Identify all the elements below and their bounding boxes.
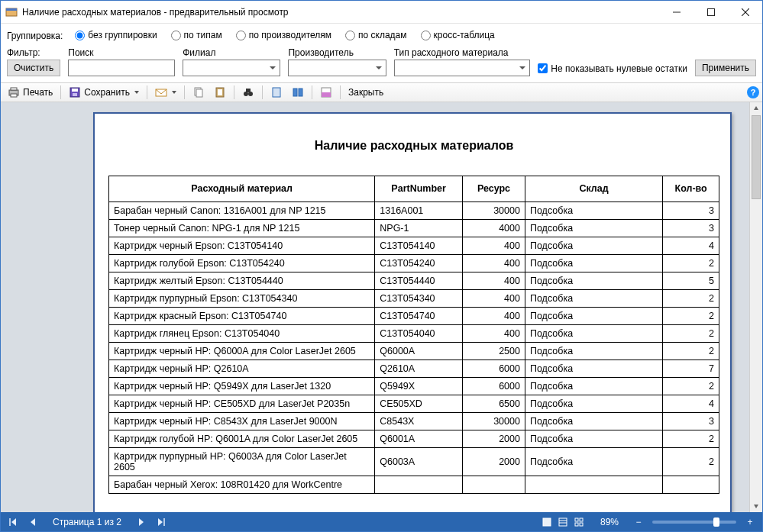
scroll-up-icon[interactable] [750,102,762,115]
grouping-option[interactable]: кросс-таблица [421,30,495,40]
single-page-button[interactable] [267,84,286,101]
cell-material: Картридж черный HP: CE505XD для LaserJet… [109,395,375,412]
copy-icon [192,86,205,98]
svg-rect-8 [11,94,17,97]
table-row: Картридж черный HP: Q5949X для LaserJet … [109,377,719,395]
print-button[interactable]: Печать [4,84,57,101]
copy-button[interactable] [189,84,209,101]
close-button[interactable] [728,1,762,23]
cell-partnumber: C13T054340 [375,289,463,307]
grouping-option[interactable]: по производителям [236,30,331,40]
grouping-option-label: без группировки [88,30,157,40]
manufacturer-combo[interactable] [288,60,386,76]
page-color-button[interactable] [316,84,336,101]
cell-resource: 6000 [463,360,525,377]
filter-label: Фильтр: [7,47,60,58]
grouping-option[interactable]: по складам [345,30,407,40]
cell-warehouse: Подсобка [525,324,662,342]
close-label: Закрыть [348,87,383,98]
maximize-button[interactable] [693,1,728,23]
page-mode-1-icon[interactable] [541,517,553,527]
col-qty: Кол-во [663,176,719,202]
branch-combo[interactable] [183,60,280,76]
grouping-option-label: кросс-таблица [434,30,495,40]
close-preview-button[interactable]: Закрыть [344,84,387,101]
report-title: Наличие расходных материалов [108,139,719,153]
clear-button[interactable]: Очистить [7,60,60,76]
table-row: Тонер черный Canon: NPG-1 для NP 1215NPG… [109,219,719,237]
first-page-button[interactable] [7,516,19,528]
cell-partnumber: NPG-1 [375,219,463,237]
cell-qty: 2 [663,447,719,476]
cell-warehouse: Подсобка [525,202,662,219]
cell-material: Картридж черный HP: Q6000A для Color Las… [109,342,375,360]
email-button[interactable] [151,84,180,101]
apply-button[interactable]: Применить [695,60,756,76]
cell-warehouse: Подсобка [525,237,662,254]
zoom-slider[interactable] [652,521,736,524]
zoom-out-button[interactable]: − [632,516,645,528]
svg-rect-35 [559,518,567,526]
cell-warehouse [525,476,662,493]
cell-partnumber: Q6003A [375,447,463,476]
save-button[interactable]: Сохранить [65,84,143,101]
svg-marker-31 [139,518,144,526]
mail-icon [155,86,167,98]
multi-page-button[interactable] [288,84,308,101]
zoom-in-button[interactable]: + [744,516,756,528]
cell-warehouse: Подсобка [525,289,662,307]
minimize-button[interactable] [659,1,693,23]
cell-material: Картридж глянец Epson: C13T054040 [109,324,375,342]
cell-qty: 3 [663,202,719,219]
table-row: Барабан черный Canon: 1316A001 для NP 12… [109,202,719,219]
next-page-button[interactable] [135,516,147,528]
cell-qty: 2 [663,377,719,395]
cell-qty [663,476,719,493]
grouping-option[interactable]: по типам [171,30,222,40]
save-label: Сохранить [84,87,130,98]
page-mode-3-icon[interactable] [573,517,585,527]
prev-page-button[interactable] [27,516,39,528]
cell-qty: 4 [663,237,719,254]
table-row: Картридж пурпурный Epson: C13T054340C13T… [109,289,719,307]
cell-qty: 2 [663,430,719,447]
page-mode-2-icon[interactable] [557,517,569,527]
cell-resource: 400 [463,324,525,342]
cell-qty: 2 [663,307,719,324]
grouping-option[interactable]: без группировки [75,30,157,40]
hide-zero-checkbox[interactable]: Не показывать нулевые остатки [538,63,687,74]
help-icon[interactable]: ? [747,86,759,98]
cell-material: Картридж голубой Epson: C13T054240 [109,254,375,272]
cell-partnumber: C13T054240 [375,254,463,272]
table-row: Картридж глянец Epson: C13T054040C13T054… [109,324,719,342]
filter-row: Фильтр: Очистить Поиск Филиал Производит… [1,47,762,82]
find-button[interactable] [238,84,258,101]
col-partnumber: PartNumber [375,176,463,202]
table-row: Картридж черный HP: C8543X для LaserJet … [109,412,719,430]
cell-resource: 2000 [463,430,525,447]
last-page-button[interactable] [155,516,167,528]
cell-partnumber: Q2610A [375,360,463,377]
app-icon [5,6,18,18]
cell-warehouse: Подсобка [525,360,662,377]
svg-rect-14 [196,89,202,97]
type-combo[interactable] [394,60,531,76]
cell-qty: 4 [663,395,719,412]
cell-material: Тонер черный Canon: NPG-1 для NP 1215 [109,219,375,237]
cell-partnumber: 1316A001 [375,202,463,219]
cell-material: Барабан черный Xerox: 108R01420 для Work… [109,476,375,493]
cell-material: Картридж голубой HP: Q6001A для Color La… [109,430,375,447]
manufacturer-label: Производитель [288,47,386,58]
paste-button[interactable] [210,84,230,101]
search-input[interactable] [68,60,175,76]
svg-rect-40 [575,523,578,526]
cell-partnumber: CE505XD [375,395,463,412]
cell-warehouse: Подсобка [525,307,662,324]
cell-warehouse: Подсобка [525,430,662,447]
scroll-down-icon[interactable] [750,499,762,512]
scroll-thumb[interactable] [752,115,761,199]
cell-resource: 6500 [463,395,525,412]
cell-warehouse: Подсобка [525,447,662,476]
vertical-scrollbar[interactable] [749,102,762,513]
zoom-value: 89% [600,517,619,527]
